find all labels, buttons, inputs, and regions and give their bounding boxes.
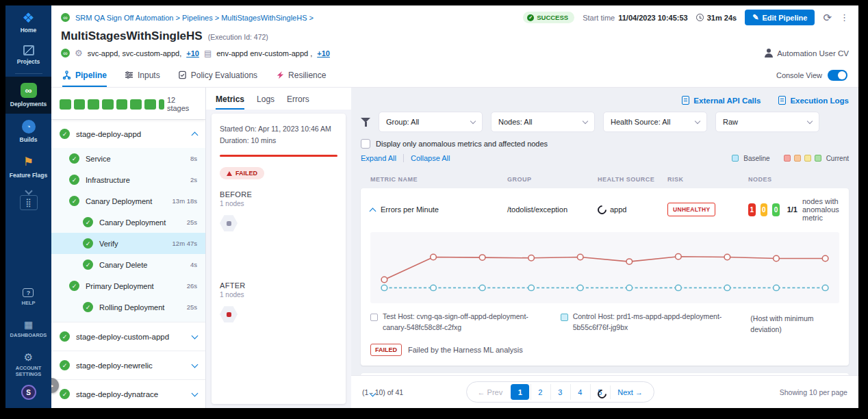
refresh-icon[interactable]: ⟳ (823, 12, 832, 24)
services-more-link[interactable]: +10 (186, 49, 199, 58)
risk-badge: UNHEALTHY (667, 203, 715, 216)
control-host-checkbox[interactable] (561, 314, 568, 321)
step-duration: 2s (190, 176, 197, 183)
warning-triangle-icon (227, 171, 232, 176)
stage-row-deploy-appd[interactable]: ✓ stage-deploy-appd (51, 119, 205, 148)
verification-progress-bar (220, 155, 337, 157)
metric-row[interactable]: Errors per Minute /todolist/exception ap… (361, 188, 849, 231)
tab-policy-evaluations[interactable]: Policy Evaluations (178, 63, 257, 87)
success-check-icon: ✓ (60, 360, 70, 370)
console-view-toggle[interactable] (828, 70, 847, 81)
stage-progress-segment (88, 99, 99, 110)
sidebar-item-account-settings[interactable]: ⚙ ACCOUNT SETTINGS (5, 346, 51, 385)
environments-icon: ▤ (204, 49, 212, 58)
module-selector-button[interactable]: ⣿ (20, 195, 38, 210)
stage-row-deploy-dynatrace[interactable]: ✓ stage-deploy-dynatrace (51, 379, 205, 408)
tab-resilience[interactable]: Resilience (275, 63, 326, 87)
before-node-count: 1 nodes (220, 200, 337, 207)
link-separator (403, 154, 404, 162)
test-host-checkbox[interactable] (370, 314, 378, 321)
chevron-up-icon (192, 132, 199, 139)
nodes-ratio: 1/1 (787, 205, 797, 214)
step-row-canary-deployment[interactable]: ✓ Canary Deployment 25s (51, 212, 205, 233)
metric-chart[interactable] (370, 232, 839, 303)
group-filter-select[interactable]: Group: All (379, 112, 483, 132)
verify-step-panel: Metrics Logs Errors Started On: Apr 11, … (206, 88, 351, 408)
tab-errors[interactable]: Errors (287, 94, 309, 110)
left-nav-rail: ❖ Home Projects ∞ Deployments ◔ Builds ⚑… (5, 5, 51, 408)
sidebar-item-help[interactable]: ? HELP (21, 281, 35, 314)
step-row-infrastructure[interactable]: ✓ Infrastructure 2s (51, 169, 205, 190)
chevron-down-icon[interactable] (25, 187, 32, 194)
step-name: Canary Deployment (99, 218, 166, 227)
anomalous-filter-row: Display only anomalous metrics and affec… (361, 132, 849, 153)
projects-icon (23, 45, 34, 55)
success-check-icon: ✓ (69, 196, 79, 206)
page-button-1[interactable]: 1 (511, 384, 529, 400)
tab-metrics[interactable]: Metrics (216, 94, 244, 110)
prev-page-button[interactable]: ← Prev (471, 385, 510, 399)
step-duration: 13m 18s (173, 197, 197, 205)
sidebar-item-projects[interactable]: Projects (5, 39, 51, 71)
step-row-service[interactable]: ✓ Service 8s (51, 148, 205, 169)
after-node-hexagon[interactable] (220, 305, 238, 323)
expand-all-link[interactable]: Expand All (361, 154, 396, 162)
test-host-legend-item[interactable]: Test Host: cvng-qa-sign-off-appd-deploym… (370, 312, 543, 335)
tab-pipeline[interactable]: Pipeline (62, 63, 107, 87)
dashboards-icon: ▦ (24, 320, 33, 329)
control-host-legend-item[interactable]: Control Host: prd1-ms-appd-appd-deployme… (561, 312, 733, 335)
step-name: Service (86, 155, 111, 163)
metrics-scroll-area[interactable]: External API Calls Execution Logs Group:… (351, 88, 858, 375)
elapsed-time: 31m 24s (707, 14, 737, 22)
sidebar-item-deployments[interactable]: ∞ Deployments (5, 77, 51, 113)
next-page-button[interactable]: Next → (610, 385, 650, 399)
sidebar-item-feature-flags[interactable]: ⚑ Feature Flags (5, 149, 51, 184)
node-status-dot (227, 221, 231, 226)
step-row-rolling-deployment[interactable]: ✓ Rolling Deployment 25s (51, 296, 205, 318)
filter-funnel-icon[interactable] (361, 117, 370, 127)
collapse-all-link[interactable]: Collapse All (411, 154, 450, 162)
chart-legend: Baseline Current (732, 155, 849, 162)
anomalous-checkbox[interactable] (361, 139, 370, 149)
deployments-icon: ∞ (21, 83, 37, 98)
edit-pipeline-button[interactable]: ✎ Edit Pipeline (745, 10, 815, 25)
execution-logs-link[interactable]: Execution Logs (778, 96, 849, 105)
kebab-menu-icon[interactable]: ⋮ (840, 12, 849, 23)
sidebar-item-home[interactable]: ❖ Home (5, 5, 51, 39)
metrics-filter-row: Group: All Nodes: All Health Source: All (361, 112, 849, 132)
success-check-icon: ✓ (69, 175, 79, 185)
current-orange-swatch (794, 155, 801, 162)
external-api-calls-link[interactable]: External API Calls (682, 96, 761, 105)
page-button-2[interactable]: 2 (531, 384, 549, 400)
page-button-3[interactable]: 3 (550, 384, 569, 400)
policy-shield-icon (178, 71, 187, 79)
tab-logs[interactable]: Logs (257, 94, 275, 110)
stage-progress-segment (144, 99, 156, 110)
sidebar-item-builds[interactable]: ◔ Builds (5, 114, 51, 149)
step-row-canary-deployment-group[interactable]: ✓ Canary Deployment 13m 18s (51, 190, 205, 212)
stage-row-deploy-custom-appd[interactable]: ✓ stage-deploy-custom-appd (51, 322, 205, 351)
step-row-verify[interactable]: ✓ Verify 12m 47s (51, 233, 205, 254)
stage-row-deploy-newrelic[interactable]: ✓ stage-deploy-newrelic (51, 351, 205, 379)
nodes-text: nodes with anomalous metric (802, 197, 856, 222)
user-avatar[interactable]: S (21, 385, 36, 400)
health-source-filter-select[interactable]: Health Source: All (603, 112, 707, 132)
tab-inputs[interactable]: Inputs (125, 63, 160, 87)
environments-more-link[interactable]: +10 (317, 49, 330, 58)
breadcrumb[interactable]: SRM QA Sign Off Automation > Pipelines >… (75, 14, 314, 22)
raw-data-select[interactable]: Raw (715, 112, 819, 132)
step-name: Verify (99, 240, 118, 248)
workspace: 12 stages ✓ stage-deploy-appd ✓ Service … (51, 88, 858, 408)
nodes-filter-select[interactable]: Nodes: All (491, 112, 595, 132)
current-green-swatch (815, 155, 821, 162)
chevron-down-icon (695, 118, 700, 123)
api-document-icon (682, 96, 689, 105)
step-row-primary-deployment[interactable]: ✓ Primary Deployment 26s (51, 275, 205, 296)
check-icon: ✓ (527, 14, 534, 21)
before-node-hexagon[interactable] (220, 214, 238, 232)
services-icon: ⚙ (75, 48, 83, 58)
sidebar-item-dashboards[interactable]: ▦ DASHBOARDS (10, 314, 47, 346)
tab-label: Policy Evaluations (191, 71, 257, 80)
step-row-canary-delete[interactable]: ✓ Canary Delete 4s (51, 254, 205, 275)
page-button-4[interactable]: 4 (570, 384, 589, 400)
